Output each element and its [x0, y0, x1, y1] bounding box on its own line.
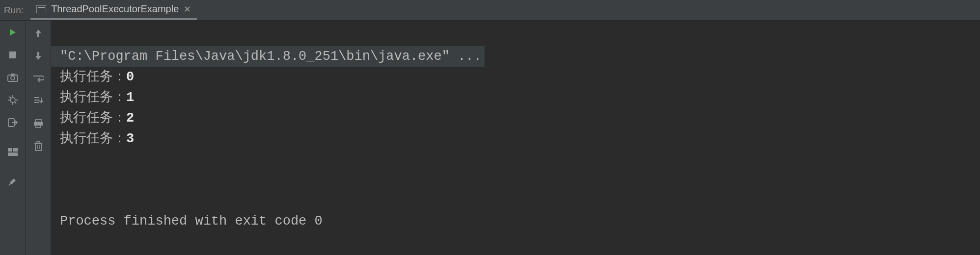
svg-rect-14 — [8, 148, 12, 152]
print-icon[interactable] — [31, 117, 45, 130]
toolwindow-header: Run: ThreadPoolExecutorExample ✕ — [0, 0, 980, 21]
svg-line-11 — [9, 97, 11, 98]
secondary-toolbar — [26, 21, 51, 255]
svg-rect-1 — [38, 7, 45, 8]
console-line: 执行任务：3 — [51, 128, 980, 149]
svg-rect-15 — [13, 148, 18, 152]
svg-rect-19 — [34, 122, 43, 126]
svg-rect-0 — [36, 5, 46, 13]
run-label: Run: — [0, 5, 30, 16]
console-line: 执行任务：2 — [51, 108, 980, 128]
svg-rect-16 — [8, 153, 18, 156]
console-line: 执行任务：0 — [51, 67, 980, 87]
exit-icon[interactable] — [6, 116, 20, 129]
svg-line-17 — [9, 183, 11, 185]
svg-rect-21 — [35, 144, 41, 151]
svg-rect-2 — [9, 51, 16, 58]
svg-line-12 — [15, 102, 16, 103]
up-arrow-icon[interactable] — [31, 26, 45, 40]
svg-rect-5 — [11, 74, 15, 76]
svg-point-4 — [11, 76, 15, 80]
pin-icon[interactable] — [6, 175, 20, 188]
close-icon[interactable]: ✕ — [184, 4, 191, 15]
svg-point-6 — [10, 98, 15, 102]
trash-icon[interactable] — [31, 139, 45, 153]
layout-icon[interactable] — [6, 145, 20, 159]
down-arrow-icon[interactable] — [31, 49, 45, 63]
command-line: "C:\Program Files\Java\jdk1.8.0_251\bin\… — [51, 46, 485, 67]
debug-icon[interactable] — [6, 93, 20, 107]
process-finished-line: Process finished with exit code 0 — [51, 211, 980, 231]
svg-rect-18 — [35, 120, 41, 122]
run-tab[interactable]: ThreadPoolExecutorExample ✕ — [30, 0, 197, 20]
svg-rect-23 — [37, 142, 40, 143]
primary-toolbar — [0, 21, 26, 255]
run-config-icon — [36, 5, 46, 13]
rerun-icon[interactable] — [6, 26, 20, 39]
console-output[interactable]: "C:\Program Files\Java\jdk1.8.0_251\bin\… — [51, 21, 980, 255]
stop-icon[interactable] — [6, 48, 20, 62]
tab-title: ThreadPoolExecutorExample — [51, 3, 179, 15]
console-line: 执行任务：1 — [51, 87, 980, 108]
camera-icon[interactable] — [6, 71, 20, 84]
softwrap-icon[interactable] — [31, 72, 45, 85]
scroll-to-end-icon[interactable] — [31, 94, 45, 108]
